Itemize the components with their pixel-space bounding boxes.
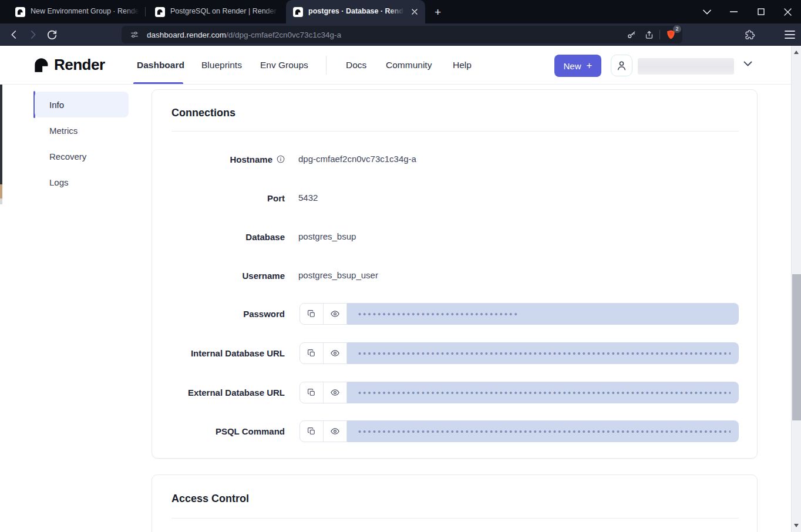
masked-value: ••••••••••••••••••••••••••••••••••••••••… bbox=[358, 427, 731, 436]
sidebar-item-info[interactable]: Info bbox=[35, 92, 129, 117]
psql-command-actions bbox=[299, 420, 347, 442]
copy-icon[interactable] bbox=[300, 382, 323, 403]
connections-card: Connections Hostname dpg-cmfaef2cn0vc73c… bbox=[152, 89, 758, 459]
username-value: postgres_bsup_user bbox=[298, 270, 378, 280]
scroll-down-arrow[interactable] bbox=[794, 524, 799, 527]
background-window-edge bbox=[0, 184, 2, 198]
psql-command-label: PSQL Command bbox=[171, 425, 285, 437]
account-button[interactable] bbox=[611, 55, 632, 76]
nav-active-underline bbox=[133, 82, 183, 84]
copy-icon[interactable] bbox=[300, 343, 323, 363]
tab-postgres-database-active[interactable]: postgres · Database · Render Da bbox=[286, 0, 425, 23]
password-actions bbox=[299, 303, 347, 325]
browser-toolbar: dashboard.render.com/d/dpg-cmfaef2cn0vc7… bbox=[0, 23, 801, 46]
url-text: dashboard.render.com/d/dpg-cmfaef2cn0vc7… bbox=[147, 31, 624, 39]
reload-button[interactable] bbox=[44, 27, 59, 42]
share-icon[interactable] bbox=[642, 28, 656, 42]
sidebar-item-metrics[interactable]: Metrics bbox=[35, 117, 129, 143]
plus-icon: + bbox=[587, 60, 593, 72]
reveal-eye-icon[interactable] bbox=[324, 304, 346, 324]
extensions-icon[interactable] bbox=[742, 27, 758, 42]
nav-separator bbox=[326, 56, 327, 75]
scrollbar-thumb[interactable] bbox=[792, 274, 801, 420]
app-header: Render Dashboard Blueprints Env Groups D… bbox=[0, 46, 791, 85]
tab-title: PostgreSQL on Render | Render Docs bbox=[170, 7, 278, 15]
card-divider bbox=[171, 131, 739, 132]
tab-title: New Environment Group · Render Das bbox=[31, 7, 139, 15]
new-button-label: New bbox=[564, 61, 581, 71]
password-key-icon[interactable] bbox=[624, 28, 638, 42]
page-scrollbar[interactable] bbox=[791, 46, 801, 532]
internal-db-url-field[interactable]: ••••••••••••••••••••••••••••••••••••••••… bbox=[347, 342, 739, 364]
new-button[interactable]: New+ bbox=[554, 55, 601, 77]
database-label: Database bbox=[171, 231, 285, 243]
reveal-eye-icon[interactable] bbox=[324, 421, 346, 442]
nav-env-groups[interactable]: Env Groups bbox=[260, 46, 308, 84]
card-divider bbox=[171, 518, 739, 518]
external-db-url-actions bbox=[299, 382, 347, 403]
masked-value: ••••••••••••••••••••••••••••••••••••••••… bbox=[358, 388, 731, 397]
render-favicon-icon bbox=[293, 7, 303, 17]
url-host: dashboard.render.com bbox=[147, 31, 226, 39]
copy-icon[interactable] bbox=[300, 421, 323, 442]
brand-name[interactable]: Render bbox=[54, 56, 105, 74]
tab-strip: New Environment Group · Render Das Postg… bbox=[0, 0, 801, 23]
shield-badge: 2 bbox=[673, 25, 681, 33]
address-bar-divider bbox=[659, 30, 660, 39]
forward-button[interactable] bbox=[25, 27, 41, 42]
external-db-url-label: External Database URL bbox=[171, 386, 285, 398]
brave-shield-icon[interactable]: 2 bbox=[664, 28, 678, 42]
internal-db-url-actions bbox=[299, 342, 347, 364]
sidebar-item-recovery[interactable]: Recovery bbox=[35, 143, 129, 169]
hostname-label: Hostname bbox=[171, 153, 285, 165]
masked-value: ••••••••••••••••••••••••••••••••• bbox=[358, 309, 519, 318]
nav-community[interactable]: Community bbox=[386, 46, 432, 84]
reveal-eye-icon[interactable] bbox=[324, 343, 346, 363]
tab-postgresql-docs[interactable]: PostgreSQL on Render | Render Docs bbox=[148, 0, 284, 23]
browser-menu-icon[interactable] bbox=[782, 27, 797, 42]
tab-close-icon[interactable] bbox=[409, 7, 419, 17]
reveal-eye-icon[interactable] bbox=[324, 382, 346, 403]
window-maximize-button[interactable] bbox=[748, 0, 775, 23]
render-dashboard-page: Render Dashboard Blueprints Env Groups D… bbox=[0, 46, 801, 532]
port-label: Port bbox=[171, 192, 285, 204]
person-icon bbox=[615, 59, 628, 72]
port-value: 5432 bbox=[298, 193, 318, 203]
password-label: Password bbox=[171, 308, 285, 319]
internal-db-url-label: Internal Database URL bbox=[171, 347, 285, 359]
sidebar-item-logs[interactable]: Logs bbox=[35, 169, 129, 195]
access-control-card: Access Control bbox=[152, 474, 758, 532]
tab-new-environment-group[interactable]: New Environment Group · Render Das bbox=[8, 0, 145, 23]
window-minimize-button[interactable] bbox=[720, 0, 747, 23]
account-chevron-icon[interactable] bbox=[743, 61, 752, 67]
tab-search-chevron-icon[interactable] bbox=[694, 0, 721, 23]
window-close-button[interactable] bbox=[774, 0, 801, 23]
back-button[interactable] bbox=[6, 27, 22, 42]
password-field[interactable]: ••••••••••••••••••••••••••••••••• bbox=[347, 303, 739, 325]
external-db-url-field[interactable]: ••••••••••••••••••••••••••••••••••••••••… bbox=[347, 382, 739, 403]
scroll-up-arrow[interactable] bbox=[794, 50, 799, 54]
address-bar[interactable]: dashboard.render.com/d/dpg-cmfaef2cn0vc7… bbox=[122, 26, 682, 43]
hostname-value: dpg-cmfaef2cn0vc73c1c34g-a bbox=[298, 154, 416, 164]
database-value: postgres_bsup bbox=[298, 231, 356, 241]
copy-icon[interactable] bbox=[300, 304, 323, 324]
site-settings-icon[interactable] bbox=[127, 28, 142, 42]
url-path: /d/dpg-cmfaef2cn0vc73c1c34g-a bbox=[226, 31, 341, 39]
render-favicon-icon bbox=[15, 7, 25, 17]
nav-help[interactable]: Help bbox=[453, 46, 472, 84]
access-control-title: Access Control bbox=[171, 493, 249, 505]
tab-title: postgres · Database · Render Da bbox=[308, 7, 404, 15]
nav-blueprints[interactable]: Blueprints bbox=[201, 46, 242, 84]
info-icon[interactable] bbox=[277, 155, 285, 163]
psql-command-field[interactable]: ••••••••••••••••••••••••••••••••••••••••… bbox=[347, 420, 739, 442]
connections-title: Connections bbox=[171, 107, 235, 119]
nav-docs[interactable]: Docs bbox=[346, 46, 366, 84]
render-favicon-icon bbox=[155, 7, 165, 17]
render-logo-icon[interactable] bbox=[33, 57, 50, 73]
background-window-edge bbox=[0, 198, 2, 204]
new-tab-button[interactable]: + bbox=[431, 5, 445, 19]
nav-dashboard[interactable]: Dashboard bbox=[137, 46, 184, 84]
masked-value: ••••••••••••••••••••••••••••••••••••••••… bbox=[358, 349, 731, 358]
tab-divider bbox=[145, 7, 146, 16]
username-label: Username bbox=[171, 270, 285, 281]
